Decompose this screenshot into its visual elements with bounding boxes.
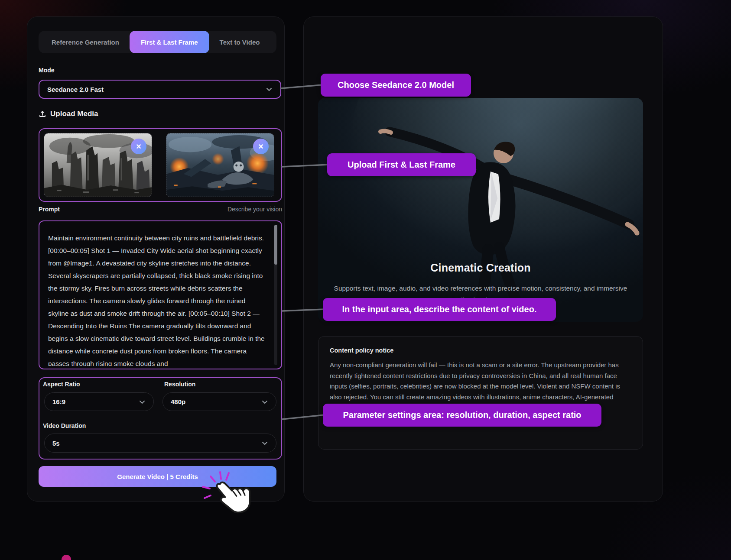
prompt-text: Maintain environment continuity between …	[48, 232, 266, 366]
remove-last-frame-button[interactable]: ✕	[253, 139, 269, 154]
aspect-ratio-label: Aspect Ratio	[43, 381, 80, 388]
chevron-down-icon	[261, 440, 268, 447]
resolution-value: 480p	[171, 398, 185, 405]
upload-media-heading: Upload Media	[39, 110, 98, 118]
callout-upload-frames: Upload First & Last Frame	[327, 153, 476, 176]
tab-first-last-frame[interactable]: First & Last Frame	[130, 31, 209, 53]
mode-tabs: Reference Generation First & Last Frame …	[39, 31, 276, 53]
prompt-hint: Describe your vision	[227, 206, 282, 213]
chevron-down-icon	[261, 398, 268, 405]
prompt-input[interactable]: Maintain environment continuity between …	[39, 220, 282, 369]
chevron-down-icon	[266, 86, 273, 93]
hero-title: Cinematic Creation	[318, 262, 643, 274]
resolution-label: Resolution	[164, 381, 195, 388]
parameter-settings-group: Aspect Ratio Resolution 16:9 480p Video …	[39, 377, 282, 460]
click-cursor-icon	[196, 467, 252, 525]
content-policy-card: Content policy notice Any non-compliant …	[318, 336, 643, 450]
callout-parameter-settings: Parameter settings area: resolution, dur…	[323, 404, 601, 427]
mode-label: Mode	[39, 67, 55, 74]
model-select-value: Seedance 2.0 Fast	[47, 86, 104, 93]
content-policy-title: Content policy notice	[330, 347, 631, 354]
upload-icon	[39, 110, 46, 118]
remove-first-frame-button[interactable]: ✕	[131, 139, 146, 154]
video-duration-select[interactable]: 5s	[44, 434, 276, 453]
prompt-label: Prompt	[39, 206, 60, 213]
decorative-dot	[62, 555, 71, 560]
tab-reference-generation[interactable]: Reference Generation	[41, 31, 130, 53]
last-frame-thumbnail[interactable]: ✕	[166, 133, 274, 197]
aspect-ratio-value: 16:9	[52, 398, 65, 405]
model-select[interactable]: Seedance 2.0 Fast	[39, 80, 281, 99]
video-duration-label: Video Duration	[43, 422, 86, 429]
first-frame-thumbnail[interactable]: ✕	[44, 133, 152, 197]
video-duration-value: 5s	[52, 440, 60, 447]
generation-settings-panel: Reference Generation First & Last Frame …	[27, 16, 285, 502]
callout-describe-video: In the input area, describe the content …	[323, 298, 556, 321]
frame-upload-dropzone[interactable]: ✕	[39, 128, 282, 202]
aspect-ratio-select[interactable]: 16:9	[44, 392, 154, 411]
hero-preview: Cinematic Creation Supports text, image,…	[318, 98, 643, 322]
prompt-scrollbar-thumb[interactable]	[274, 225, 277, 265]
callout-choose-model: Choose Seedance 2.0 Model	[321, 74, 471, 97]
chevron-down-icon	[139, 398, 146, 405]
resolution-select[interactable]: 480p	[162, 392, 276, 411]
prompt-scrollbar[interactable]	[274, 225, 277, 365]
tab-text-to-video[interactable]: Text to Video	[209, 31, 270, 53]
